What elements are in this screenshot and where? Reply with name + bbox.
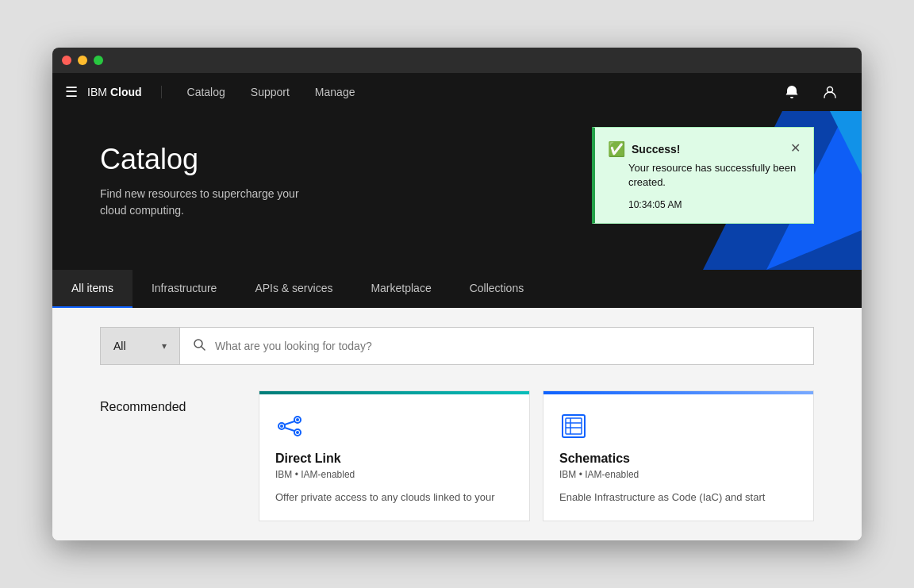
svg-point-14 bbox=[296, 431, 299, 434]
svg-point-13 bbox=[296, 418, 299, 421]
tabs-bar: All items Infrastructure APIs & services… bbox=[52, 270, 862, 308]
tab-all-items[interactable]: All items bbox=[52, 270, 132, 308]
success-toast: ✅ Success! ✕ Your resource has successfu… bbox=[592, 127, 814, 224]
card-meta: IBM • IAM-enabled bbox=[559, 469, 797, 480]
browser-dot-green[interactable] bbox=[94, 56, 103, 65]
hero-section: Catalog Find new resources to supercharg… bbox=[52, 111, 862, 270]
toast-message: Your resource has successfully been crea… bbox=[608, 161, 801, 190]
card-description: Enable Infrastructure as Code (IaC) and … bbox=[559, 490, 797, 505]
svg-line-5 bbox=[202, 347, 205, 350]
browser-chrome bbox=[52, 48, 862, 73]
navbar-links: Catalog Support Manage bbox=[175, 73, 773, 111]
nav-catalog[interactable]: Catalog bbox=[175, 73, 238, 111]
navbar-brand: IBM Cloud bbox=[87, 86, 162, 98]
toast-success-icon: ✅ bbox=[608, 140, 625, 158]
cards-container: Direct Link IBM • IAM-enabled Offer priv… bbox=[259, 390, 814, 522]
svg-rect-6 bbox=[275, 412, 304, 440]
browser-dot-yellow[interactable] bbox=[78, 56, 87, 65]
direct-link-icon bbox=[275, 410, 513, 442]
main-content: All ▾ Recommended bbox=[52, 308, 862, 541]
brand-prefix: IBM bbox=[87, 86, 107, 98]
toast-timestamp: 10:34:05 AM bbox=[608, 199, 801, 210]
navbar-icons bbox=[773, 73, 849, 111]
chevron-down-icon: ▾ bbox=[162, 340, 167, 352]
tab-collections[interactable]: Collections bbox=[451, 270, 543, 308]
toast-title-row: ✅ Success! bbox=[608, 140, 680, 158]
schematics-icon bbox=[559, 410, 797, 442]
browser-window: ☰ IBM Cloud Catalog Support Manage bbox=[52, 48, 862, 541]
card-title: Direct Link bbox=[275, 452, 513, 466]
filter-select[interactable]: All ▾ bbox=[100, 327, 179, 365]
recommended-section: Recommended bbox=[100, 390, 814, 522]
toast-title: Success! bbox=[632, 143, 680, 156]
hero-subtitle: Find new resources to supercharge your c… bbox=[100, 186, 322, 219]
svg-line-10 bbox=[285, 421, 294, 425]
brand-suffix: Cloud bbox=[110, 86, 142, 98]
svg-point-12 bbox=[280, 425, 283, 428]
card-body: Schematics IBM • IAM-enabled Enable Infr… bbox=[543, 394, 813, 521]
search-row: All ▾ bbox=[100, 327, 814, 365]
card-title: Schematics bbox=[559, 452, 797, 466]
card-meta: IBM • IAM-enabled bbox=[275, 469, 513, 480]
notifications-icon[interactable] bbox=[773, 73, 811, 111]
svg-rect-16 bbox=[566, 418, 582, 434]
filter-value: All bbox=[113, 340, 156, 352]
search-input[interactable] bbox=[215, 340, 801, 352]
search-box bbox=[179, 327, 814, 365]
recommended-label: Recommended bbox=[100, 390, 259, 414]
tab-infrastructure[interactable]: Infrastructure bbox=[132, 270, 236, 308]
menu-icon[interactable]: ☰ bbox=[65, 83, 87, 101]
nav-support[interactable]: Support bbox=[238, 73, 302, 111]
browser-dot-red[interactable] bbox=[62, 56, 71, 65]
card-description: Offer private access to any clouds linke… bbox=[275, 490, 513, 505]
nav-manage[interactable]: Manage bbox=[302, 73, 368, 111]
svg-line-11 bbox=[285, 428, 294, 431]
tab-apis-services[interactable]: APIs & services bbox=[236, 270, 351, 308]
user-icon[interactable] bbox=[811, 73, 849, 111]
card-body: Direct Link IBM • IAM-enabled Offer priv… bbox=[259, 394, 529, 521]
card-schematics[interactable]: Schematics IBM • IAM-enabled Enable Infr… bbox=[543, 390, 814, 522]
search-icon bbox=[193, 338, 205, 354]
svg-marker-3 bbox=[830, 111, 862, 175]
card-direct-link[interactable]: Direct Link IBM • IAM-enabled Offer priv… bbox=[259, 390, 530, 522]
toast-close-button[interactable]: ✕ bbox=[790, 140, 801, 156]
navbar: ☰ IBM Cloud Catalog Support Manage bbox=[52, 73, 862, 111]
toast-header: ✅ Success! ✕ bbox=[608, 140, 801, 158]
tab-marketplace[interactable]: Marketplace bbox=[351, 270, 450, 308]
